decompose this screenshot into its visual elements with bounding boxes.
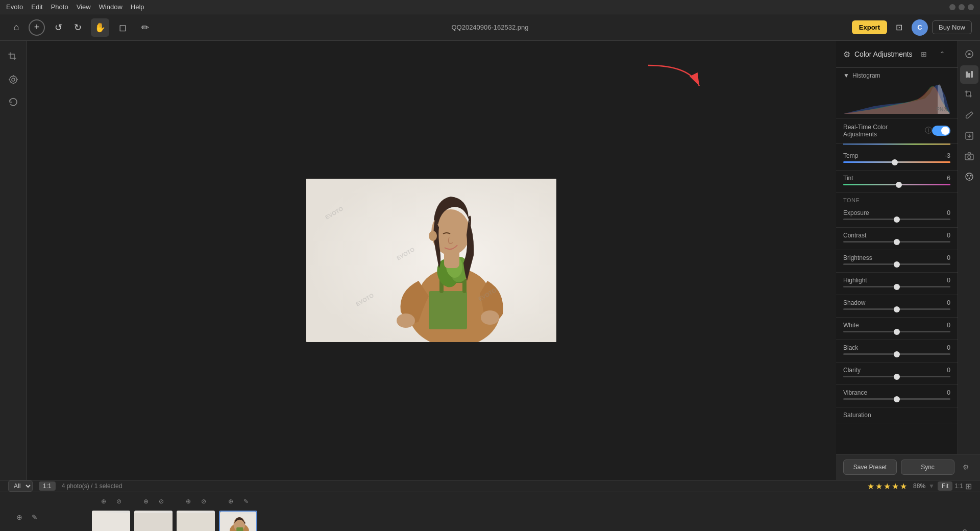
temp-slider-row: Temp -3 xyxy=(843,152,950,159)
panel-expand-button[interactable]: ⊞ xyxy=(916,46,932,62)
shadow-slider-thumb[interactable] xyxy=(894,306,900,312)
buy-now-button[interactable]: Buy Now xyxy=(932,20,972,34)
white-slider-thumb[interactable] xyxy=(894,329,900,335)
film-group-1: ⊕ ⊘ xyxy=(92,494,130,531)
clarity-slider-track[interactable] xyxy=(843,376,950,377)
star-4[interactable]: ★ xyxy=(892,481,899,491)
shadow-slider-track[interactable] xyxy=(843,308,950,310)
exposure-slider-track[interactable] xyxy=(843,219,950,220)
export-btn-4[interactable]: ✎ xyxy=(239,494,253,509)
star-3[interactable]: ★ xyxy=(884,481,891,491)
svg-point-11 xyxy=(397,313,415,328)
film-thumb-2[interactable] xyxy=(134,511,173,531)
minimize-btn[interactable] xyxy=(949,4,955,10)
menu-edit[interactable]: Edit xyxy=(31,3,42,11)
sync-button[interactable]: Sync xyxy=(901,460,954,475)
tint-slider-thumb[interactable] xyxy=(896,182,902,188)
undo-button[interactable]: ↺ xyxy=(49,18,67,37)
fit-button[interactable]: Fit xyxy=(938,481,952,491)
ratio-button[interactable]: 1:1 xyxy=(954,482,963,490)
contrast-slider-thumb[interactable] xyxy=(894,239,900,245)
star-1[interactable]: ★ xyxy=(867,481,874,491)
hand-tool-button[interactable]: ✋ xyxy=(91,18,109,37)
menu-help[interactable]: Help xyxy=(131,3,144,11)
contrast-slider-track[interactable] xyxy=(843,241,950,243)
panel-chevron-button[interactable]: ⌃ xyxy=(934,46,950,62)
compare-button[interactable]: ⊡ xyxy=(891,19,908,36)
tint-slider-track[interactable] xyxy=(843,184,950,185)
color-adj-icon-btn[interactable] xyxy=(960,65,978,84)
export-btn-3[interactable]: ⊘ xyxy=(197,494,211,509)
help-button[interactable]: ? xyxy=(958,526,972,531)
add-button[interactable]: + xyxy=(29,19,45,36)
panel-title: Color Adjustments xyxy=(854,50,913,58)
svg-point-12 xyxy=(481,310,499,325)
retouch-icon-btn[interactable] xyxy=(960,45,978,63)
svg-rect-42 xyxy=(236,527,243,531)
clarity-label: Clarity xyxy=(843,367,861,374)
exposure-slider-row: Exposure 0 xyxy=(843,209,950,216)
vibrance-label: Vibrance xyxy=(843,389,867,396)
adjustments-scroll-area[interactable]: ▼ Histogram xyxy=(836,68,958,480)
film-thumb-1[interactable] xyxy=(92,511,130,531)
filter-select[interactable]: All xyxy=(8,480,33,492)
temp-slider-track[interactable] xyxy=(843,161,950,163)
sidebar-adjust-icon[interactable] xyxy=(3,69,23,90)
film-thumb-4[interactable] xyxy=(219,511,257,531)
temp-slider-thumb[interactable] xyxy=(892,159,898,165)
export-icon-btn[interactable] xyxy=(960,127,978,145)
camera-icon-btn[interactable] xyxy=(960,147,978,165)
star-2[interactable]: ★ xyxy=(875,481,883,491)
erase-tool-button[interactable]: ◻ xyxy=(113,18,132,37)
tint-slider-row: Tint 6 xyxy=(843,175,950,182)
menu-window[interactable]: Window xyxy=(99,3,122,11)
palette-icon-btn[interactable] xyxy=(960,167,978,186)
export-btn-2[interactable]: ⊘ xyxy=(154,494,168,509)
highlight-slider-thumb[interactable] xyxy=(894,284,900,290)
realtime-toggle[interactable] xyxy=(932,126,950,136)
import-btn-1[interactable]: ⊕ xyxy=(96,494,111,509)
vibrance-slider-track[interactable] xyxy=(843,398,950,400)
avatar-button[interactable]: C xyxy=(912,19,928,36)
sidebar-history-icon[interactable] xyxy=(3,92,23,112)
brush-icon-btn[interactable] xyxy=(960,106,978,125)
menu-evoto[interactable]: Evoto xyxy=(6,3,23,11)
brush-tool-button[interactable]: ✏ xyxy=(136,18,154,37)
grid-view-button[interactable]: ⊞ xyxy=(965,481,972,491)
rating-tag[interactable]: 1:1 xyxy=(39,481,56,491)
brightness-slider-track[interactable] xyxy=(843,263,950,265)
upload-button[interactable]: ⊕ xyxy=(12,510,27,524)
panel-title-group: ⚙ Color Adjustments xyxy=(843,50,913,59)
white-slider-track[interactable] xyxy=(843,331,950,332)
export-btn-1[interactable]: ⊘ xyxy=(112,494,126,509)
brightness-slider-thumb[interactable] xyxy=(894,261,900,268)
black-slider-thumb[interactable] xyxy=(894,351,900,357)
clarity-slider-thumb[interactable] xyxy=(894,374,900,380)
redo-button[interactable]: ↻ xyxy=(68,18,87,37)
highlight-slider-track[interactable] xyxy=(843,286,950,287)
bottom-controls: All 1:1 4 photo(s) / 1 selected ★ ★ ★ ★ … xyxy=(0,480,980,492)
vibrance-slider-thumb[interactable] xyxy=(894,396,900,402)
exposure-slider-thumb[interactable] xyxy=(894,216,900,223)
sidebar-crop-icon[interactable] xyxy=(3,47,23,67)
film-group-2: ⊕ ⊘ xyxy=(134,494,173,531)
crop-icon-btn[interactable] xyxy=(960,86,978,104)
import-btn-4[interactable]: ⊕ xyxy=(224,494,238,509)
star-5[interactable]: ★ xyxy=(900,481,907,491)
maximize-btn[interactable] xyxy=(959,4,965,10)
contrast-label: Contrast xyxy=(843,232,866,239)
svg-rect-27 xyxy=(968,73,970,78)
menu-view[interactable]: View xyxy=(77,3,91,11)
import-btn-3[interactable]: ⊕ xyxy=(181,494,195,509)
import-btn-2[interactable]: ⊕ xyxy=(139,494,153,509)
menu-photo[interactable]: Photo xyxy=(51,3,68,11)
black-slider-track[interactable] xyxy=(843,353,950,355)
close-btn[interactable] xyxy=(968,4,974,10)
home-button[interactable]: ⌂ xyxy=(8,19,24,36)
film-thumb-3[interactable] xyxy=(177,511,215,531)
export-button[interactable]: Export xyxy=(852,20,887,34)
save-preset-button[interactable]: Save Preset xyxy=(843,460,897,475)
left-sidebar xyxy=(0,41,27,480)
edit-flag-button[interactable]: ✎ xyxy=(28,510,42,524)
temp-label: Temp xyxy=(843,152,858,159)
